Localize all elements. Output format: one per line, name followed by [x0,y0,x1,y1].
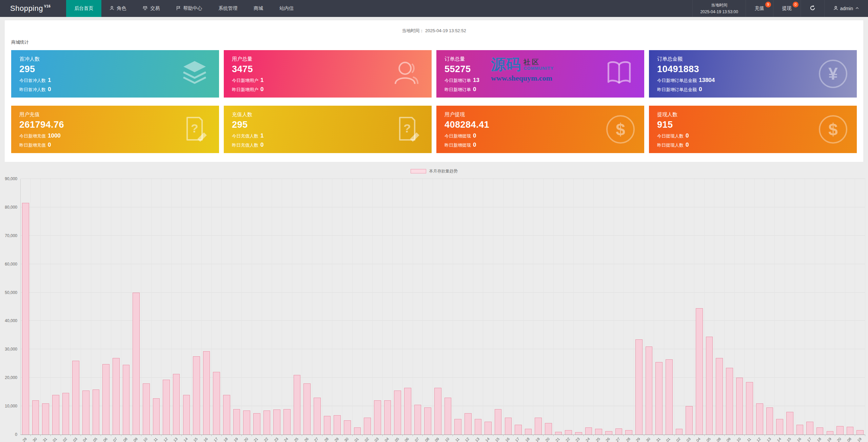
bar[interactable] [223,395,230,435]
bar[interactable] [273,409,280,435]
x-axis-tick-label: 30 [343,437,349,442]
bar[interactable] [847,427,854,435]
bar[interactable] [143,383,150,435]
bar[interactable] [625,430,632,435]
chart-legend[interactable]: 本月存款量趋势 [0,168,868,174]
bar[interactable] [233,409,240,435]
bar[interactable] [82,391,90,435]
bar[interactable] [736,378,743,435]
bar[interactable] [595,429,602,435]
bar[interactable] [173,374,180,435]
bar[interactable] [495,409,502,435]
bar[interactable] [213,372,220,435]
bar[interactable] [394,391,401,435]
bar[interactable] [344,420,351,435]
bar[interactable] [756,403,763,435]
bar[interactable] [666,359,673,435]
bar[interactable] [434,388,441,435]
brand-logo[interactable]: Shopping V16 [0,0,66,17]
bar[interactable] [374,400,381,435]
menu-item-system[interactable]: 系统管理 [210,0,245,17]
user-menu[interactable]: admin [824,0,868,17]
refresh-button[interactable] [801,0,824,17]
bar[interactable] [153,398,160,435]
bar[interactable] [686,406,693,435]
bar[interactable] [485,422,492,435]
bar[interactable] [364,418,371,435]
bar[interactable] [183,395,190,435]
bar[interactable] [545,423,552,435]
bar[interactable] [585,427,592,435]
bar[interactable] [816,427,824,435]
bar[interactable] [283,409,291,435]
bar[interactable] [836,426,844,435]
bar[interactable] [334,415,341,435]
bar[interactable] [786,412,793,435]
bar[interactable] [827,431,834,435]
bar[interactable] [52,395,59,435]
bar[interactable] [445,398,452,435]
menu-item-dashboard[interactable]: 后台首页 [66,0,101,17]
bar[interactable] [655,362,663,435]
bar[interactable] [766,407,773,435]
bar[interactable] [32,400,39,435]
bar[interactable] [72,361,79,435]
bar[interactable] [404,388,411,435]
bar[interactable] [806,422,813,435]
dollar-coin-icon: $ [606,115,635,144]
bar[interactable] [22,203,29,435]
bar[interactable] [796,425,804,435]
bar[interactable] [303,383,311,435]
x-axis-tick-label: 10 [736,437,742,442]
bar[interactable] [263,411,271,435]
bar[interactable] [465,413,472,435]
bar[interactable] [646,346,653,435]
bar[interactable] [776,419,783,435]
bar[interactable] [203,351,210,435]
bar[interactable] [384,400,391,435]
bar[interactable] [615,428,623,435]
bar[interactable] [314,398,321,435]
bar[interactable] [676,429,683,435]
withdraw-button[interactable]: 提现 0 [773,0,801,17]
bar[interactable] [635,339,643,435]
bar[interactable] [565,430,572,435]
bar[interactable] [414,405,421,435]
bar[interactable] [575,432,582,435]
recharge-button[interactable]: 充值 9 [746,0,773,17]
bar[interactable] [525,429,532,435]
menu-item-mall[interactable]: 商城 [245,0,271,17]
bar[interactable] [42,403,49,435]
bar[interactable] [93,390,100,435]
menu-item-help-center[interactable]: 帮助中心 [168,0,210,17]
bar[interactable] [746,382,753,435]
bar[interactable] [515,425,522,435]
bar[interactable] [696,308,703,435]
menu-item-messages[interactable]: 站内信 [271,0,302,17]
bar[interactable] [62,393,70,435]
bar[interactable] [102,364,110,435]
bar[interactable] [555,432,562,435]
bar[interactable] [605,431,612,435]
bar[interactable] [294,375,301,435]
bar[interactable] [454,419,461,435]
bar[interactable] [716,358,723,435]
bar[interactable] [324,416,331,435]
bar[interactable] [535,418,542,435]
bar[interactable] [123,365,130,435]
bar[interactable] [505,418,512,435]
bar[interactable] [133,293,140,435]
bar[interactable] [193,356,200,435]
menu-item-transactions[interactable]: 交易 [134,0,168,17]
bar[interactable] [113,358,120,435]
bar[interactable] [163,380,170,435]
bar[interactable] [475,419,482,435]
menu-item-roles[interactable]: 角色 [101,0,134,17]
bar[interactable] [354,427,361,435]
bar[interactable] [856,430,864,435]
bar[interactable] [424,407,431,435]
bar[interactable] [726,368,733,435]
bar[interactable] [706,337,713,435]
bar[interactable] [243,411,250,435]
bar[interactable] [253,413,260,435]
